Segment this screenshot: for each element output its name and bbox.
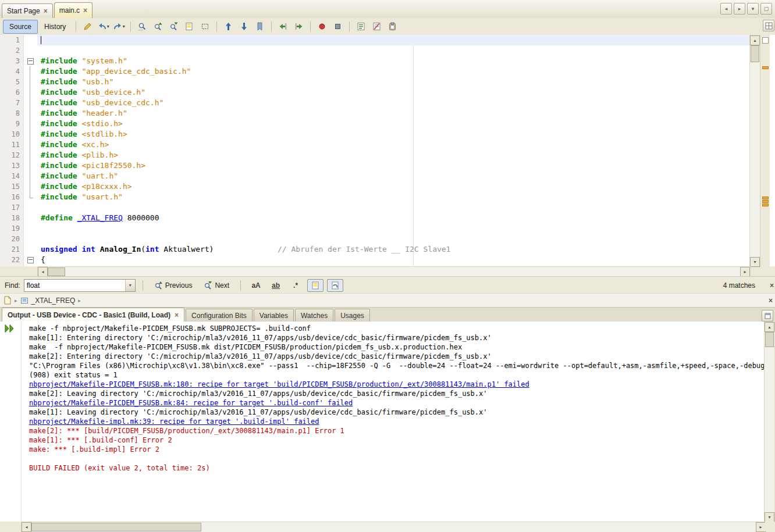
code-line[interactable]: #include "uart.h" [37, 171, 749, 181]
code-line[interactable]: unsigned int Analog_In(int Aktualwert) /… [37, 244, 749, 255]
close-breadcrumb-icon[interactable]: × [769, 297, 773, 305]
toggle-comment-button[interactable] [353, 19, 369, 34]
code-line[interactable]: #include <stdlib.h> [37, 129, 749, 140]
editor-toolbar-options-button[interactable] [763, 20, 774, 31]
collapse-fold-icon[interactable] [27, 58, 34, 65]
output-link[interactable]: nbproject/Makefile-impl.mk:39: recipe fo… [29, 417, 773, 426]
output-link[interactable]: nbproject/Makefile-PICDEM_FSUSB.mk:84: r… [29, 398, 773, 408]
code-line[interactable]: #define _XTAL_FREQ 8000000 [37, 213, 749, 223]
code-line[interactable]: #include <pic18f2550.h> [37, 160, 749, 171]
output-console[interactable]: make -f nbproject/Makefile-PICDEM_FSUSB.… [21, 322, 773, 524]
error-stripe[interactable] [760, 35, 770, 266]
close-find-bar-icon[interactable]: × [770, 281, 774, 290]
start-macro-recording-button[interactable] [314, 19, 330, 34]
rerun-build-icon[interactable] [4, 324, 17, 333]
wrap-search-toggle[interactable] [327, 279, 343, 292]
code-line[interactable]: #include <plib.h> [37, 150, 749, 160]
history-view-toggle[interactable]: History [38, 20, 72, 34]
tab-close-icon[interactable]: × [175, 312, 179, 318]
code-line[interactable]: #include <p18cxxx.h> [37, 181, 749, 192]
maximize-panel-button[interactable] [762, 310, 773, 322]
scroll-left-icon[interactable]: ◂ [38, 267, 48, 277]
file-icon[interactable] [3, 296, 12, 305]
bottom-tab-watches[interactable]: Watches [295, 309, 333, 322]
code-line[interactable]: #include "usb.h" [37, 77, 749, 87]
find-next-button[interactable]: Next [200, 279, 233, 291]
scrollbar-thumb[interactable] [48, 267, 65, 276]
code-line[interactable] [37, 223, 749, 234]
code-line[interactable]: #include "usb_device.h" [37, 87, 749, 98]
float-window-group-button[interactable]: ▢ [760, 3, 772, 15]
bottom-tab-output[interactable]: Output - USB Device - CDC - Basic1 (Buil… [2, 308, 184, 322]
scroll-down-icon[interactable]: ▾ [750, 257, 760, 267]
find-previous-button[interactable]: Previous [150, 279, 197, 291]
paste-formatted-button[interactable] [385, 19, 400, 34]
code-editor[interactable]: 12345678910111213141516171819202122 #inc… [0, 35, 775, 266]
shift-line-right-button[interactable] [291, 19, 307, 34]
code-fold-box[interactable] [24, 255, 37, 265]
tab-close-icon[interactable]: × [44, 8, 48, 14]
collapse-fold-icon[interactable] [27, 257, 34, 263]
code-line[interactable] [37, 35, 749, 45]
output-link[interactable]: nbproject/Makefile-PICDEM_FSUSB.mk:180: … [29, 380, 773, 389]
next-bookmark-button[interactable] [236, 19, 252, 34]
toggle-highlight-search-button[interactable] [182, 19, 197, 34]
find-previous-occurrence-button[interactable] [150, 19, 166, 34]
warning-mark[interactable] [762, 66, 769, 69]
warning-mark[interactable] [762, 200, 769, 203]
scroll-left-icon[interactable]: ◂ [22, 522, 31, 532]
bottom-tab-usages[interactable]: Usages [335, 309, 370, 322]
tab-close-icon[interactable]: × [83, 8, 87, 13]
match-case-toggle[interactable]: aA [248, 279, 264, 292]
toggle-bookmark-button[interactable] [252, 19, 268, 34]
bottom-tab-configuration[interactable]: Configuration Bits [186, 309, 253, 322]
scroll-tabs-right-button[interactable]: ▸ [734, 3, 745, 15]
code-line[interactable] [37, 45, 749, 56]
code-line[interactable] [37, 202, 749, 213]
source-view-toggle[interactable]: Source [3, 20, 38, 34]
combo-dropdown-icon[interactable]: ▾ [125, 280, 135, 291]
code-line[interactable]: #include <xc.h> [37, 140, 749, 150]
dropdown-arrow-icon[interactable]: ▾ [123, 24, 125, 29]
breadcrumb-item[interactable]: _XTAL_FREQ [31, 297, 76, 305]
find-selection-button[interactable] [134, 19, 150, 34]
highlight-results-toggle[interactable] [307, 279, 323, 292]
scroll-up-icon[interactable]: ▴ [765, 322, 774, 332]
code-line[interactable] [37, 234, 749, 244]
find-next-occurrence-button[interactable] [166, 19, 182, 34]
editor-tab-main-c[interactable]: main.c× [54, 2, 93, 18]
scrollbar-thumb[interactable] [765, 332, 774, 347]
scroll-right-icon[interactable]: ▸ [756, 522, 766, 532]
scroll-right-icon[interactable]: ▸ [740, 267, 750, 277]
scroll-tabs-left-button[interactable]: ◂ [720, 3, 732, 15]
code-line[interactable]: #include "header.h" [37, 108, 749, 119]
bottom-tab-variables[interactable]: Variables [254, 309, 294, 322]
output-vertical-scrollbar[interactable]: ▴ ▾ [764, 322, 775, 523]
scrollbar-thumb[interactable] [751, 45, 759, 62]
previous-bookmark-button[interactable] [221, 19, 236, 34]
code-area[interactable]: #include "system.h"#include "app_device_… [37, 35, 749, 266]
code-line[interactable]: #include "system.h" [37, 56, 749, 66]
navigate-forward-button[interactable]: ▾ [111, 19, 127, 34]
chevron-right-icon[interactable]: ▸ [78, 298, 81, 304]
last-edited-position-button[interactable] [80, 19, 95, 34]
code-line[interactable]: { [37, 255, 749, 265]
toggle-rectangular-selection-button[interactable] [197, 19, 213, 34]
code-line[interactable]: #include "usb_device_cdc.h" [37, 98, 749, 108]
scroll-up-icon[interactable]: ▴ [750, 35, 760, 45]
minimize-window-group-button[interactable]: ▾ [747, 3, 759, 15]
warning-mark[interactable] [762, 203, 769, 206]
whole-words-toggle[interactable]: ab [268, 279, 284, 292]
warning-mark[interactable] [762, 197, 769, 199]
scrollbar-thumb[interactable] [31, 523, 201, 531]
find-combo[interactable]: ▾ [24, 279, 136, 292]
editor-vertical-scrollbar[interactable]: ▴ ▾ [749, 35, 760, 267]
code-line[interactable]: #include <stdio.h> [37, 119, 749, 129]
code-line[interactable]: #include "app_device_cdc_basic.h" [37, 66, 749, 77]
scroll-down-icon[interactable]: ▾ [765, 512, 774, 522]
code-line[interactable]: #include "usart.h" [37, 192, 749, 202]
code-fold-box[interactable] [24, 56, 37, 66]
navigate-back-button[interactable]: ▾ [95, 19, 111, 34]
regex-toggle[interactable]: .* [287, 279, 304, 292]
output-horizontal-scrollbar[interactable]: ◂ ▸ [21, 522, 766, 532]
